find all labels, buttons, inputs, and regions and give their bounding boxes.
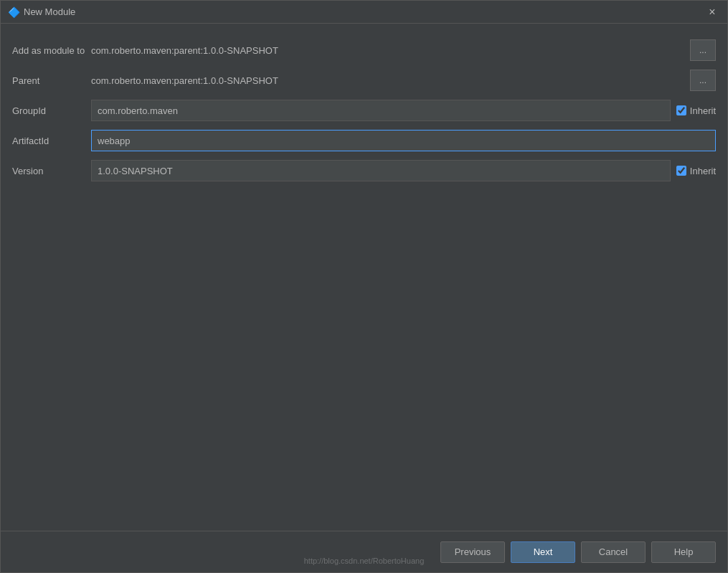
artifact-id-label: ArtifactId <box>12 136 91 146</box>
artifact-id-row: ArtifactId <box>12 126 716 156</box>
cancel-button[interactable]: Cancel <box>581 541 646 563</box>
previous-button[interactable]: Previous <box>440 541 505 563</box>
title-bar-left: 🔷 New Module <box>8 6 75 18</box>
version-input[interactable] <box>91 160 671 181</box>
add-as-module-row: Add as module to com.roberto.maven:paren… <box>12 35 716 65</box>
group-id-label: GroupId <box>12 105 91 116</box>
parent-value: com.roberto.maven:parent:1.0.0-SNAPSHOT <box>91 75 686 86</box>
close-button[interactable]: × <box>704 4 720 20</box>
group-id-input[interactable] <box>91 100 671 121</box>
add-as-module-label: Add as module to <box>12 45 91 56</box>
parent-browse-button[interactable]: ... <box>690 70 716 91</box>
window-title: New Module <box>24 6 75 17</box>
artifact-id-input[interactable] <box>91 130 716 151</box>
new-module-dialog: 🔷 New Module × Add as module to com.robe… <box>0 0 728 573</box>
version-inherit-label: Inherit <box>690 166 716 176</box>
form-content: Add as module to com.roberto.maven:paren… <box>1 24 727 531</box>
version-row: Version Inherit <box>12 156 716 186</box>
group-id-inherit-container: Inherit <box>676 105 716 116</box>
module-icon: 🔷 <box>8 6 19 18</box>
group-id-row: GroupId Inherit <box>12 95 716 126</box>
add-as-module-value: com.roberto.maven:parent:1.0.0-SNAPSHOT <box>91 45 686 56</box>
parent-row: Parent com.roberto.maven:parent:1.0.0-SN… <box>12 65 716 95</box>
help-button[interactable]: Help <box>651 541 716 563</box>
next-button[interactable]: Next <box>511 541 575 563</box>
title-bar: 🔷 New Module × <box>1 1 727 24</box>
group-id-inherit-label: Inherit <box>690 105 716 116</box>
version-inherit-checkbox[interactable] <box>676 166 686 176</box>
parent-label: Parent <box>12 75 91 86</box>
footer: Previous Next Cancel Help <box>1 531 727 572</box>
add-as-module-browse-button[interactable]: ... <box>690 39 716 61</box>
version-label: Version <box>12 166 91 176</box>
version-inherit-container: Inherit <box>676 166 716 176</box>
group-id-inherit-checkbox[interactable] <box>676 105 686 115</box>
